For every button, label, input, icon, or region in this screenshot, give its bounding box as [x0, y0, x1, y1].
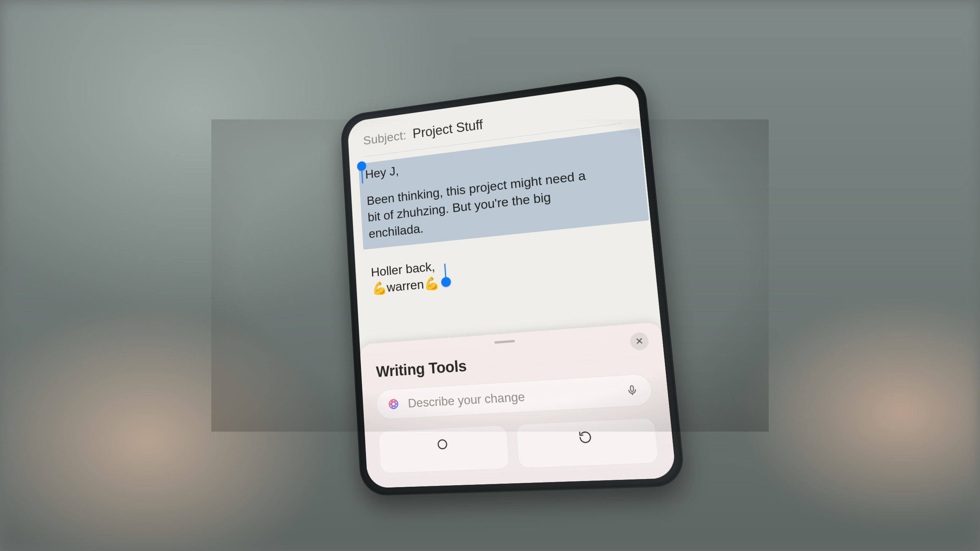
action-icon — [435, 437, 449, 452]
action-card-left[interactable] — [378, 425, 510, 474]
close-button[interactable]: ✕ — [630, 332, 650, 350]
stage: Subject: Project Stuff Hey J, Been think… — [211, 119, 769, 432]
sheet-grabber[interactable] — [494, 340, 515, 344]
rewrite-icon — [578, 430, 593, 446]
subject-label: Subject: — [363, 128, 407, 148]
microphone-icon[interactable] — [623, 382, 641, 399]
apple-intelligence-icon — [386, 396, 401, 412]
writing-tools-sheet[interactable]: ✕ Writing Tools — [360, 322, 676, 488]
prompt-field[interactable] — [376, 373, 653, 420]
svg-point-3 — [392, 399, 396, 409]
action-card-rewrite[interactable] — [516, 417, 659, 468]
prompt-input[interactable] — [408, 384, 617, 410]
svg-rect-4 — [630, 386, 634, 391]
actions-row — [378, 417, 659, 473]
close-icon: ✕ — [635, 335, 644, 347]
subject-value[interactable]: Project Stuff — [412, 117, 483, 142]
svg-point-5 — [438, 440, 447, 449]
phone-device: Subject: Project Stuff Hey J, Been think… — [347, 82, 676, 488]
email-body[interactable]: Hey J, Been thinking, this project might… — [365, 134, 638, 298]
sheet-title: Writing Tools — [376, 345, 649, 380]
